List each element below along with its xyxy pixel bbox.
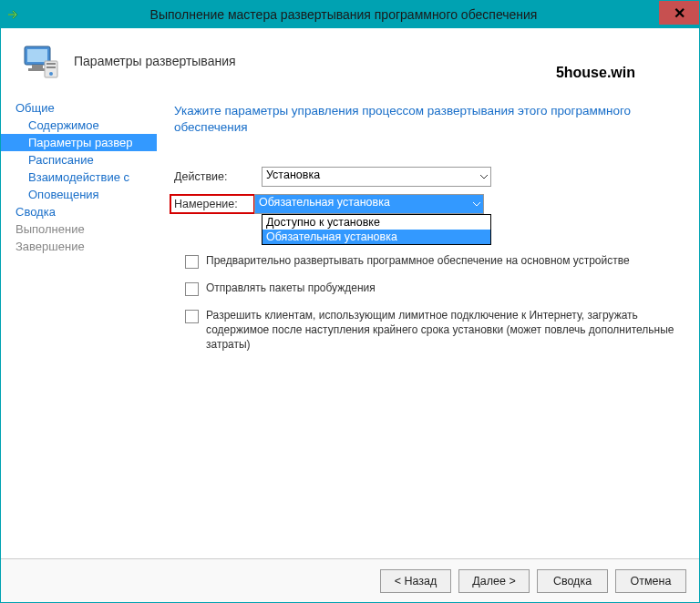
wizard-computer-icon	[21, 41, 61, 81]
back-button[interactable]: < Назад	[380, 569, 451, 593]
purpose-label: Намерение:	[170, 195, 254, 213]
window-title: Выполнение мастера развертывания програм…	[28, 7, 659, 22]
checkbox-predeploy-row: Предварительно развертывать программное …	[185, 254, 681, 269]
page-title: Параметры развертывания	[74, 54, 236, 68]
action-select-value: Установка	[266, 169, 320, 181]
titlebar: Выполнение мастера развертывания програм…	[1, 1, 699, 28]
checkbox-wakeup[interactable]	[185, 282, 199, 296]
svg-point-7	[49, 72, 53, 76]
purpose-select[interactable]: Обязательная установка	[254, 194, 484, 214]
checkbox-metered-row: Разрешить клиентам, использующим лимитно…	[185, 309, 681, 352]
action-label: Действие:	[174, 170, 262, 183]
purpose-row: Намерение: Обязательная установка Доступ…	[174, 194, 681, 214]
forward-arrow-icon	[6, 7, 21, 22]
sidebar-item-completion: Завершение	[1, 238, 157, 255]
sidebar-item-general[interactable]: Общие	[1, 99, 157, 117]
svg-rect-2	[32, 65, 43, 68]
sidebar-item-content[interactable]: Содержимое	[1, 117, 157, 134]
checkbox-metered-label: Разрешить клиентам, использующим лимитно…	[206, 309, 680, 352]
checkbox-wakeup-label: Отправлять пакеты пробуждения	[206, 281, 376, 296]
purpose-option-required[interactable]: Обязательная установка	[262, 230, 490, 244]
main: Общие Содержимое Параметры развер Распис…	[1, 97, 699, 597]
checkbox-wakeup-row: Отправлять пакеты пробуждения	[185, 281, 681, 296]
next-button[interactable]: Далее >	[458, 569, 530, 593]
purpose-option-available[interactable]: Доступно к установке	[262, 215, 490, 230]
summary-button[interactable]: Сводка	[537, 569, 608, 593]
action-select[interactable]: Установка	[262, 167, 491, 187]
chevron-down-icon	[472, 201, 481, 207]
chevron-down-icon	[479, 174, 489, 179]
svg-rect-3	[28, 68, 46, 71]
purpose-select-value: Обязательная установка	[259, 196, 390, 209]
purpose-dropdown: Доступно к установке Обязательная устано…	[262, 214, 491, 245]
header: Параметры развертывания 5house.win	[1, 28, 699, 97]
action-row: Действие: Установка	[174, 167, 681, 187]
close-button[interactable]: ✕	[659, 1, 699, 25]
close-icon: ✕	[674, 5, 685, 22]
sidebar-item-alerts[interactable]: Оповещения	[1, 186, 157, 203]
checkbox-predeploy[interactable]	[185, 255, 199, 269]
svg-rect-6	[46, 66, 56, 68]
content: Укажите параметры управления процессом р…	[158, 97, 699, 597]
sidebar-item-summary[interactable]: Сводка	[1, 203, 157, 220]
sidebar-item-schedule[interactable]: Расписание	[1, 151, 157, 169]
sidebar: Общие Содержимое Параметры развер Распис…	[1, 97, 158, 597]
sidebar-item-deploy-params[interactable]: Параметры развер	[1, 134, 157, 151]
checkbox-metered[interactable]	[185, 310, 199, 323]
watermark: 5house.win	[556, 65, 635, 81]
sidebar-item-progress: Выполнение	[1, 220, 157, 238]
svg-rect-1	[27, 49, 47, 62]
footer: < Назад Далее > Сводка Отмена	[1, 558, 699, 602]
content-title: Укажите параметры управления процессом р…	[174, 103, 648, 136]
cancel-button[interactable]: Отмена	[615, 569, 686, 593]
sidebar-item-user-exp[interactable]: Взаимодействие с	[1, 169, 157, 186]
checkbox-predeploy-label: Предварительно развертывать программное …	[206, 254, 630, 269]
svg-rect-5	[46, 63, 56, 65]
